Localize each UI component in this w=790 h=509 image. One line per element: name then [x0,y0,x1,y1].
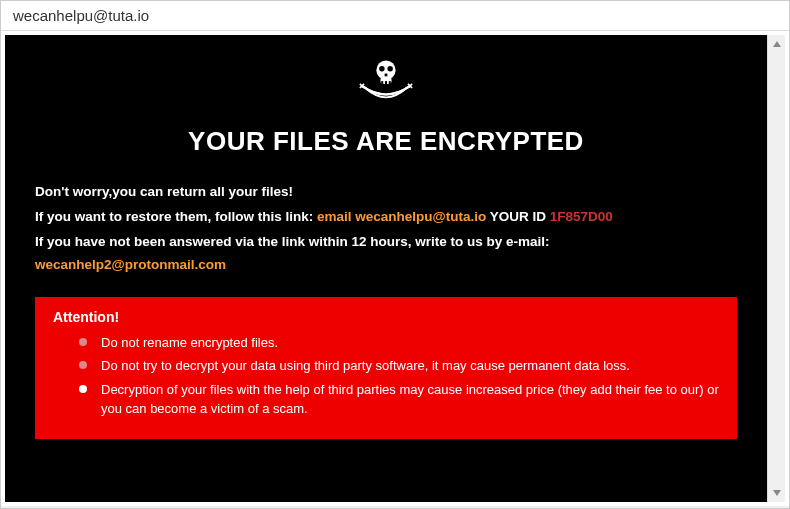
attention-item: Do not try to decrypt your data using th… [73,356,719,376]
window-titlebar: wecanhelpu@tuta.io [1,1,789,31]
pirate-logo [35,55,737,114]
svg-rect-5 [381,81,383,85]
restore-line: If you want to restore them, follow this… [35,206,737,229]
svg-rect-4 [385,74,388,77]
attention-item: Decryption of your files with the help o… [73,380,719,419]
fallback-prefix: If you have not been answered via the li… [35,234,550,249]
scroll-track[interactable] [768,53,785,484]
attention-title: Attention! [53,309,719,325]
restore-prefix: If you want to restore them, follow this… [35,209,317,224]
contact-email: wecanhelpu@tuta.io [355,209,486,224]
attention-item: Do not rename encrypted files. [73,333,719,353]
vertical-scrollbar[interactable] [767,35,785,502]
svg-point-0 [376,61,395,80]
svg-rect-6 [385,81,387,85]
attention-list: Do not rename encrypted files. Do not tr… [53,333,719,419]
victim-id: 1F857D00 [550,209,613,224]
headline: YOUR FILES ARE ENCRYPTED [35,126,737,157]
skull-swords-icon [351,55,421,110]
content-wrapper: YOUR FILES ARE ENCRYPTED Don't worry,you… [1,31,789,506]
ransom-note-body: YOUR FILES ARE ENCRYPTED Don't worry,you… [5,35,767,502]
window-title: wecanhelpu@tuta.io [13,7,149,24]
svg-point-2 [379,66,385,72]
info-lines: Don't worry,you can return all your file… [35,181,737,277]
email-label: email [317,209,355,224]
svg-point-3 [387,66,393,72]
fallback-email: wecanhelp2@protonmail.com [35,257,226,272]
svg-rect-7 [389,81,391,85]
scroll-up-arrow-icon[interactable] [768,35,785,53]
scroll-down-arrow-icon[interactable] [768,484,785,502]
fallback-line: If you have not been answered via the li… [35,231,737,277]
id-label: YOUR ID [486,209,550,224]
intro-line: Don't worry,you can return all your file… [35,181,737,204]
attention-box: Attention! Do not rename encrypted files… [35,297,737,439]
